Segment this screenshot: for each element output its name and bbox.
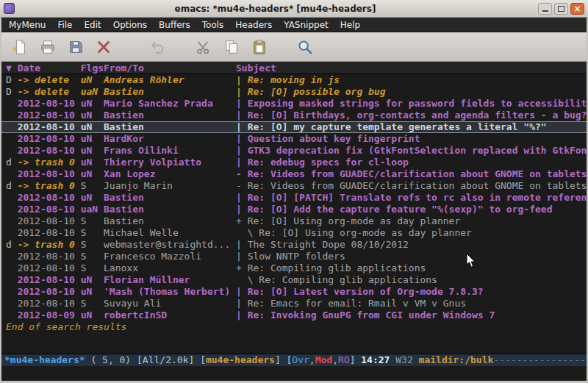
message-row[interactable]: 2012-08-10SSuvayu Ali| Re: Emacs for ema…: [1, 298, 587, 309]
col-mark: D: [6, 86, 18, 98]
col-flags: uN: [81, 309, 104, 321]
message-row[interactable]: 2012-08-10uaNBastien| Re: [O] Add the ca…: [1, 204, 587, 215]
window-title: emacs: *mu4e-headers* [mu4e-headers]: [15, 4, 536, 14]
cut-button[interactable]: [193, 36, 215, 58]
col-flags: uN: [81, 168, 104, 180]
paste-button[interactable]: [248, 36, 270, 58]
col-date: 2012-08-10: [18, 133, 81, 145]
menu-item-edit[interactable]: Edit: [79, 20, 107, 30]
message-row[interactable]: 2012-08-10uNHardKor| Question about key …: [1, 133, 587, 145]
undo-button[interactable]: [147, 36, 169, 58]
close-buffer-button[interactable]: [93, 36, 115, 58]
col-from: Bastien: [104, 204, 236, 215]
modeline-ro: RO: [338, 354, 350, 365]
menu-item-file[interactable]: File: [51, 20, 78, 30]
col-from: Bastien: [104, 110, 236, 121]
menu-item-tools[interactable]: Tools: [196, 20, 230, 30]
col-from: 'Mash (Thomas Herbert): [104, 286, 236, 298]
col-flags: S: [81, 215, 104, 227]
message-row[interactable]: 2012-08-10uNXan Lopez- Re: Videos from G…: [1, 168, 587, 180]
message-row[interactable]: D-> deleteuaNBastien| Re: [O] possible o…: [1, 86, 587, 98]
message-row[interactable]: d-> trash 0Swebmaster@straightd...| The …: [1, 239, 587, 251]
message-row[interactable]: 2012-08-10uNMario Sanchez Prada| Exposin…: [1, 98, 587, 110]
col-date: -> trash 0: [18, 157, 81, 168]
message-row[interactable]: 2012-08-10uN'Mash (Thomas Herbert)| Re: …: [1, 286, 587, 298]
new-file-icon: [12, 39, 28, 55]
col-date: 2012-08-10: [18, 215, 81, 227]
message-row[interactable]: 2012-08-10SMichael Welle \ Re: [O] Using…: [1, 227, 587, 239]
modeline-win: W32: [395, 354, 418, 365]
col-date: 2012-08-10: [18, 192, 81, 204]
minimize-icon: [542, 10, 548, 12]
message-row[interactable]: 2012-08-10uNFlorian Müllner \ Re: Compil…: [1, 274, 587, 286]
copy-button[interactable]: [220, 36, 243, 58]
col-from: Lanoxx: [104, 262, 236, 274]
copy-icon: [223, 39, 240, 55]
col-date: 2012-08-10: [18, 145, 81, 157]
header-from[interactable]: From/To: [104, 62, 236, 74]
mode-line: *mu4e-headers* ( 5, 0) [All/2.0k] [mu4e-…: [1, 354, 587, 366]
menu-item-options[interactable]: Options: [107, 20, 153, 30]
col-mark: d: [6, 239, 18, 251]
menu-item-yasnippet[interactable]: YASnippet: [278, 20, 334, 30]
save-button[interactable]: [65, 36, 87, 58]
col-date: 2012-08-10: [18, 98, 81, 110]
header-sort-date[interactable]: ▼ Date: [6, 62, 81, 74]
col-subject: | GTK3 deprecation fix (GtkFontSelection…: [236, 145, 587, 157]
new-file-button[interactable]: [9, 36, 31, 58]
maximize-button[interactable]: [554, 3, 568, 15]
col-subject: | Re: Invoking GnuPG from CGI under Wind…: [236, 309, 587, 321]
header-flags[interactable]: Flgs: [81, 62, 104, 74]
modeline-mod: Mod: [315, 354, 332, 365]
search-button[interactable]: [294, 36, 316, 58]
message-row[interactable]: 2012-08-10SLanoxx+ Re: Compiling glib ap…: [1, 262, 587, 274]
message-row[interactable]: d-> trash 0SJuanjo Marin- Re: Videos fro…: [1, 180, 587, 192]
message-row[interactable]: D-> deleteuNAndreas Röhler| Re: moving i…: [1, 74, 587, 86]
modeline-plain: ]: [275, 354, 287, 365]
col-flags: uN: [81, 157, 104, 168]
message-row[interactable]: 2012-08-10uNBastien| Re: [O] my capture …: [1, 121, 587, 133]
print-button[interactable]: [37, 36, 59, 58]
message-row[interactable]: d-> trash 0uNThierry Volpiatto| Re: edeb…: [1, 157, 587, 168]
title-bar[interactable]: emacs: *mu4e-headers* [mu4e-headers] ×: [0, 0, 588, 18]
echo-area[interactable]: [1, 366, 587, 381]
minimize-button[interactable]: [538, 3, 552, 15]
col-subject: - Re: Videos from GUADEC/clarification a…: [236, 180, 587, 192]
modeline-dashes: ----------------------------------------…: [493, 354, 587, 365]
message-list: D-> deleteuNAndreas Röhler| Re: moving i…: [1, 74, 587, 321]
col-from: Thierry Volpiatto: [104, 157, 236, 168]
header-subject[interactable]: Subject: [236, 62, 587, 74]
menu-bar: MyMenuFileEditOptionsBuffersToolsHeaders…: [1, 18, 587, 32]
menu-item-buffers[interactable]: Buffers: [153, 20, 196, 30]
col-date: -> trash 0: [18, 239, 81, 251]
cut-icon: [196, 39, 212, 55]
col-flags: S: [81, 227, 104, 239]
col-from: Mario Sanchez Prada: [104, 98, 236, 110]
message-row[interactable]: 2012-08-10SBastien+ Re: [O] Using org-mo…: [1, 215, 587, 227]
col-mark: [6, 192, 18, 204]
message-row[interactable]: 2012-08-10uNBastien| Re: [O] Birthdays, …: [1, 110, 587, 121]
modeline-maildir: maildir:/bulk: [419, 354, 494, 365]
message-row[interactable]: 2012-08-10uNFrans Oilinki| GTK3 deprecat…: [1, 145, 587, 157]
menu-item-headers[interactable]: Headers: [229, 20, 278, 30]
menu-item-help[interactable]: Help: [334, 20, 366, 30]
col-mark: [6, 298, 18, 309]
col-from: Andreas Röhler: [104, 74, 236, 86]
col-mark: [6, 262, 18, 274]
col-subject: | Re: [O] Latest version of Org-mode 7.8…: [236, 286, 587, 298]
col-from: Florian Müllner: [104, 274, 236, 286]
col-subject: | Re: moving in js: [236, 74, 587, 86]
message-row[interactable]: 2012-08-10SFrancesco Mazzoli| Slow NNTP …: [1, 251, 587, 262]
frame-body: MyMenuFileEditOptionsBuffersToolsHeaders…: [0, 18, 588, 381]
col-flags: S: [81, 239, 104, 251]
modeline-plain: ,: [309, 354, 315, 365]
col-date: -> delete: [18, 86, 81, 98]
close-button[interactable]: ×: [570, 3, 584, 15]
menu-item-mymenu[interactable]: MyMenu: [3, 20, 51, 30]
col-mark: d: [6, 157, 18, 168]
message-row[interactable]: 2012-08-09uNrobertcInSD| Re: Invoking Gn…: [1, 309, 587, 321]
col-subject: | Re: edebug specs for cl-loop: [236, 157, 587, 168]
col-mark: d: [6, 180, 18, 192]
message-row[interactable]: 2012-08-10uNBastien| Re: [O] [PATCH] Tra…: [1, 192, 587, 204]
col-flags: uN: [81, 286, 104, 298]
